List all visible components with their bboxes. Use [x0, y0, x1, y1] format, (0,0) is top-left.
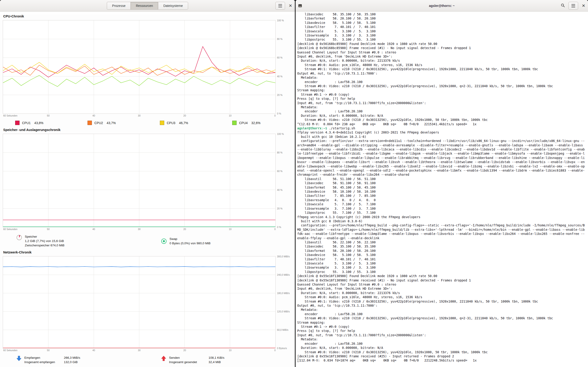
x-axis-label: 0 — [274, 349, 276, 352]
download-arrow-icon — [17, 356, 21, 362]
y-axis-label: 0 Bytes/s — [277, 347, 287, 350]
terminal-line: encoder : Lavf58.20.100 — [297, 312, 586, 316]
tab-dateisysteme[interactable]: Dateisysteme — [158, 2, 188, 10]
terminal-line: Guessed Channel Layout for Input Stream … — [297, 50, 586, 54]
received-label: Empfangen — [24, 356, 63, 360]
cpu3-value: 46,7% — [179, 121, 188, 125]
y-axis-label: 180,0 MiB/s — [277, 292, 290, 294]
sent-rate: 108,1 KiB/s — [208, 356, 225, 360]
x-axis-label: 20 — [183, 228, 186, 231]
network-received-item: Empfangen 266,3 MiB/s Insgesamt empfange… — [3, 356, 147, 364]
close-icon: ✕ — [289, 4, 292, 8]
y-axis-label: 300,0 MiB/s — [277, 255, 290, 258]
memory-usage: 1,2 GiB (7,7%) von 15,6 GiB — [25, 239, 65, 243]
monitor-headerbar: Prozesse Ressourcen Dateisysteme ✕ — [0, 0, 295, 11]
terminal-line: libpostproc 55. 3.100 / 55. 3.100 — [297, 270, 586, 274]
memory-y-axis: 100 %80 %60 %40 %20 %0 % — [275, 134, 292, 227]
terminal-line: encoder : Lavf58.20.100 — [297, 80, 586, 84]
tab-prozesse[interactable]: Prozesse — [107, 2, 130, 10]
y-axis-label: 100 % — [277, 133, 284, 135]
cpu-x-axis: 60 Sekunden50403020100 — [3, 114, 276, 118]
terminal-line: Metadata: — [297, 105, 586, 109]
cpu4-color-swatch — [232, 121, 237, 125]
monitor-close-button[interactable]: ✕ — [289, 4, 292, 8]
cpu-section-title: CPU-Chronik — [3, 15, 292, 18]
terminal-headerbar: agsler@thorrx: ~ ✕ — [296, 0, 588, 11]
y-axis-label: 40 % — [277, 75, 283, 78]
x-axis-label: 30 — [138, 228, 141, 231]
terminal-line: ffmpeg version 4.1.3 Copyright (c) 2000-… — [297, 215, 586, 219]
terminal-line: 112.04 M-V: 0.034 fd=1874 aq= 0KB vq= 0K… — [297, 358, 586, 362]
network-sent-item: Senden 108,1 KiB/s Insgesamt gesendet 32… — [147, 356, 292, 364]
terminal-text-segment: : — [321, 126, 323, 130]
y-axis-label: 80 % — [277, 151, 283, 154]
terminal-line: libavformat 58. 20.100 / 58. 20.100 — [297, 16, 586, 20]
x-axis-label: 10 — [229, 228, 232, 231]
hamburger-icon — [278, 4, 282, 7]
terminal-line: libavformat 58. 20.100 / 58. 20.100 — [297, 249, 586, 253]
y-axis-label: 20 % — [277, 94, 283, 96]
cpu3-label: CPU3 — [167, 121, 175, 125]
terminal-title: agsler@thorrx: ~ — [429, 4, 455, 8]
search-button[interactable] — [561, 3, 565, 8]
y-axis-label: 60 % — [277, 56, 283, 59]
terminal-line: libavutil 56. 51.100 / 56. 51.100 — [297, 177, 586, 181]
terminal-line: libavcodec 58. 35.100 / 58. 35.100 — [297, 244, 586, 248]
y-axis-label: 0 % — [277, 226, 281, 228]
y-axis-label: 240,0 MiB/s — [277, 273, 290, 276]
terminal-line: libavcodec 58. 91.100 / 58. 91.100 — [297, 181, 586, 185]
terminal-screen[interactable]: libavcodec 58. 35.100 / 58. 35.100 libav… — [296, 11, 588, 367]
cpu3-color-swatch — [160, 121, 164, 125]
swap-pie-icon — [161, 239, 166, 244]
new-tab-button[interactable] — [298, 4, 302, 7]
terminal-line: Stream #0:1 -> #0:0 (copy) — [297, 325, 586, 329]
terminal-line: libswresample 3. 7.100 / 3. 7.100 — [297, 206, 586, 211]
received-rate: 266,3 MiB/s — [64, 356, 80, 360]
terminal-line: Duration: N/A, start: 0.000000, bitrate:… — [297, 346, 586, 350]
terminal-line: Press [q] to stop, [?] for help — [297, 329, 586, 333]
terminal-line: libswscale 5. 7.100 / 5. 7.100 — [297, 202, 586, 206]
terminal-close-button[interactable]: ✕ — [582, 4, 585, 8]
sent-label: Senden — [169, 356, 208, 360]
terminal-line: libavformat 58. 45.100 / 58. 45.100 — [297, 185, 586, 190]
terminal-line: Input #0, decklink, from 'DeckLink HD Ex… — [297, 54, 586, 58]
terminal-menu-button[interactable] — [569, 2, 578, 10]
y-axis-label: 60,0 MiB/s — [277, 328, 288, 331]
terminal-line: Stream mapping: — [297, 320, 586, 325]
x-axis-label: 20 — [183, 114, 186, 117]
memory-section-title: Speicher- und Auslagerungschronik — [3, 128, 292, 132]
terminal-line: libavdevice 58. 5.100 / 58. 5.100 — [297, 253, 586, 257]
x-axis-label: 0 — [274, 114, 276, 117]
terminal-line: libswscale 5. 3.100 / 5. 3.100 — [297, 29, 586, 33]
x-axis-label: 60 Sekunden — [3, 114, 17, 117]
terminal-line: libavfilter 7. 40.101 / 7. 40.101 — [297, 25, 586, 29]
terminal-line: [decklink @ 0x55e18f130980] Found Deckli… — [297, 274, 586, 278]
x-axis-label: 20 — [183, 349, 186, 352]
terminal-line: Stream #0:0: Audio: pcm_s16le, 48000 Hz,… — [297, 295, 586, 299]
monitor-tabs: Prozesse Ressourcen Dateisysteme — [107, 2, 188, 10]
monitor-menu-button[interactable] — [275, 2, 285, 10]
x-axis-label: 60 Sekunden — [3, 349, 17, 352]
cpu2-color-swatch — [87, 121, 92, 125]
cpu-legend: CPU1 43,8% CPU2 43,7% CPU3 46,7% CPU4 32… — [3, 121, 292, 125]
swap-legend-item: Swap 0 Bytes (0,0%) von 980,0 MiB — [147, 234, 292, 248]
cpu4-value: 32,6% — [251, 121, 260, 125]
terminal-line: [decklink @ 0x56168bc85980] Found Deckli… — [297, 42, 586, 46]
x-axis-label: 50 — [47, 228, 50, 231]
terminal-line: Stream #0:0: Audio: pcm_s16le, 48000 Hz,… — [297, 63, 586, 67]
cpu1-color-swatch — [15, 121, 19, 125]
y-axis-label: 20 % — [277, 207, 283, 210]
terminal-line: [decklink @ 0x56168bc85980] Frame receiv… — [297, 46, 586, 50]
terminal-line: Input #0, nut, from 'tcp://10.73.1.11:70… — [297, 333, 586, 337]
terminal-line: Stream #0:0: Video: v210 (V210 / 0x30313… — [297, 350, 586, 354]
terminal-cursor — [297, 359, 299, 362]
hamburger-icon — [571, 4, 575, 7]
tab-ressourcen[interactable]: Ressourcen — [130, 2, 158, 10]
terminal-line: libavresample 4. 0. 0 / 4. 0. 0 — [297, 198, 586, 202]
x-axis-label: 50 — [47, 114, 50, 117]
terminal-line: libpostproc 55. 3.100 / 55. 3.100 — [297, 37, 586, 42]
search-icon — [561, 3, 565, 8]
terminal-line: Duration: N/A, start: 0.000000, bitrate:… — [297, 58, 586, 63]
sent-total: 32,4 MiB — [208, 360, 225, 364]
terminal-line: Metadata: — [297, 308, 586, 312]
